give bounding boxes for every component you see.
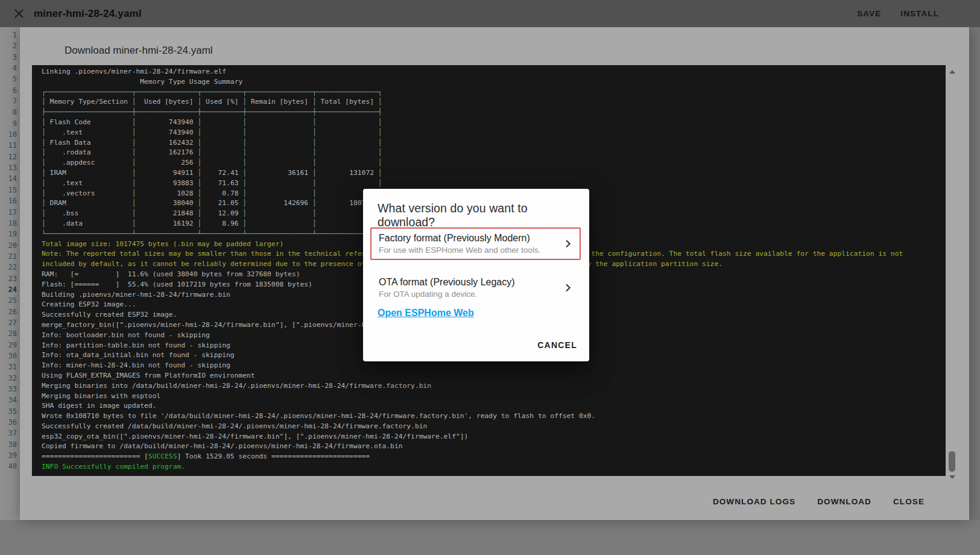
- line-number: 24: [0, 284, 17, 295]
- line-number: 33: [0, 384, 17, 395]
- line-number: 40: [0, 461, 17, 472]
- line-number: 35: [0, 406, 17, 417]
- save-button[interactable]: SAVE: [856, 7, 882, 21]
- factory-format-option[interactable]: Factory format (Previously Modern) For u…: [370, 227, 581, 260]
- install-button[interactable]: INSTALL: [899, 7, 940, 21]
- line-number: 28: [0, 328, 17, 339]
- cancel-button[interactable]: CANCEL: [533, 335, 582, 355]
- line-number: 21: [0, 251, 17, 262]
- line-number: 19: [0, 229, 17, 239]
- scrollbar-thumb[interactable]: [949, 451, 955, 472]
- line-number: 3: [0, 52, 17, 63]
- terminal-line: │ .text │ 93883 │ 71.63 │ │ │: [42, 179, 946, 189]
- line-number: 12: [0, 151, 17, 162]
- line-number: 9: [0, 118, 17, 129]
- line-number: 15: [0, 185, 17, 195]
- terminal-line: Wrote 0x108710 bytes to file '/data/buil…: [42, 411, 946, 422]
- dimmed-backdrop-right: [969, 27, 980, 555]
- line-number: 17: [0, 207, 17, 218]
- version-dialog: What version do you want to download? Fa…: [363, 189, 589, 361]
- line-number: 4: [0, 63, 17, 74]
- terminal-line: Using FLASH_EXTRA_IMAGES from PlatformIO…: [42, 371, 946, 381]
- line-number: 23: [0, 273, 17, 284]
- terminal-line: Merging binaries into /data/build/miner-…: [42, 381, 946, 392]
- terminal-line: │ Flash Data │ 162432 │ │ │ │: [42, 138, 946, 148]
- line-number: 18: [0, 218, 17, 229]
- download-dialog-footer: DOWNLOAD LOGS DOWNLOAD CLOSE: [712, 495, 926, 509]
- ota-format-description: For OTA updating a device.: [379, 289, 515, 300]
- ota-format-option[interactable]: OTA format (Previously Legacy) For OTA u…: [370, 271, 581, 304]
- line-number: 14: [0, 173, 17, 184]
- line-number: 32: [0, 373, 17, 384]
- line-number: 37: [0, 428, 17, 439]
- terminal-line: SHA digest in image updated.: [42, 401, 946, 411]
- terminal-line: │ .text │ 743940 │ │ │ │: [42, 128, 946, 138]
- open-esphome-web-link[interactable]: Open ESPHome Web: [378, 308, 474, 319]
- line-number: 5: [0, 74, 17, 84]
- terminal-line: ┌─────────────────────┬───────────────┬─…: [42, 87, 946, 98]
- terminal-line: │ .rodata │ 162176 │ │ │ │: [42, 148, 946, 158]
- line-number: 39: [0, 450, 17, 461]
- line-number: 34: [0, 395, 17, 405]
- dimmed-backdrop-bottom: [0, 520, 980, 555]
- line-number: 13: [0, 162, 17, 173]
- line-number: 25: [0, 295, 17, 306]
- download-dialog-title: Download miner-hmi-28-24.yaml: [65, 45, 213, 57]
- download-button[interactable]: DOWNLOAD: [816, 495, 873, 509]
- terminal-line: │ .appdesc │ 256 │ │ │ │: [42, 158, 946, 168]
- topbar-actions: SAVE INSTALL: [856, 0, 940, 27]
- terminal-line: Memory Type Usage Summary: [42, 77, 946, 87]
- scroll-down-icon[interactable]: [949, 475, 955, 479]
- line-number: 16: [0, 195, 17, 206]
- terminal-line: Info: miner-hmi-28-24.bin not found - sk…: [42, 361, 946, 371]
- terminal-line: │ Flash Code │ 743940 │ │ │ │: [42, 118, 946, 128]
- chevron-right-icon: [561, 237, 575, 250]
- terminal-line: Linking .pioenvs/miner-hmi-28-24/firmwar…: [42, 67, 946, 77]
- line-number: 2: [0, 40, 17, 51]
- editor-topbar: miner-hmi-28-24.yaml SAVE INSTALL: [0, 0, 980, 27]
- close-icon: [14, 8, 24, 19]
- line-number: 30: [0, 350, 17, 361]
- terminal-line: Copied firmware to /data/build/miner-hmi…: [42, 442, 946, 452]
- line-number: 29: [0, 340, 17, 350]
- version-dialog-actions: CANCEL: [533, 335, 582, 355]
- line-number: 22: [0, 262, 17, 273]
- line-number: 31: [0, 361, 17, 372]
- line-number: 7: [0, 96, 17, 107]
- terminal-line: │ Memory Type/Section │ Used [bytes] │ U…: [42, 97, 946, 107]
- factory-format-description: For use with ESPHome Web and other tools…: [379, 245, 540, 256]
- line-number: 11: [0, 140, 17, 151]
- terminal-line: Merging binaries with esptool: [42, 392, 946, 402]
- editor-line-numbers-gutter: 1234567891011121314151617181920212223242…: [0, 27, 20, 555]
- line-number: 10: [0, 129, 17, 140]
- version-dialog-title: What version do you want to download?: [378, 201, 577, 229]
- terminal-scrollbar[interactable]: [948, 65, 956, 480]
- line-number: 38: [0, 439, 17, 450]
- editor-title: miner-hmi-28-24.yaml: [34, 8, 142, 20]
- terminal-line: INFO Successfully compiled program.: [42, 462, 946, 472]
- close-editor-button[interactable]: [12, 7, 25, 21]
- download-logs-button[interactable]: DOWNLOAD LOGS: [712, 495, 797, 509]
- line-number: 8: [0, 107, 17, 118]
- line-number: 26: [0, 306, 17, 317]
- terminal-line: ======================== [SUCCESS] Took …: [42, 452, 946, 462]
- terminal-line: │ IRAM │ 94911 │ 72.41 │ 36161 │ 131072 …: [42, 168, 946, 179]
- terminal-line: ├─────────────────────┼───────────────┼─…: [42, 107, 946, 118]
- close-button[interactable]: CLOSE: [892, 495, 926, 509]
- scroll-up-icon[interactable]: [949, 70, 955, 74]
- chevron-right-icon: [561, 281, 575, 294]
- line-number: 36: [0, 417, 17, 428]
- ota-format-label: OTA format (Previously Legacy): [379, 276, 515, 288]
- line-number: 27: [0, 317, 17, 328]
- line-number: 1: [0, 30, 17, 40]
- terminal-line: Successfully created /data/build/miner-h…: [42, 422, 946, 432]
- line-number: 6: [0, 85, 17, 96]
- terminal-line: esp32_copy_ota_bin([".pioenvs/miner-hmi-…: [42, 432, 946, 442]
- factory-format-label: Factory format (Previously Modern): [379, 232, 540, 244]
- line-number: 20: [0, 240, 17, 251]
